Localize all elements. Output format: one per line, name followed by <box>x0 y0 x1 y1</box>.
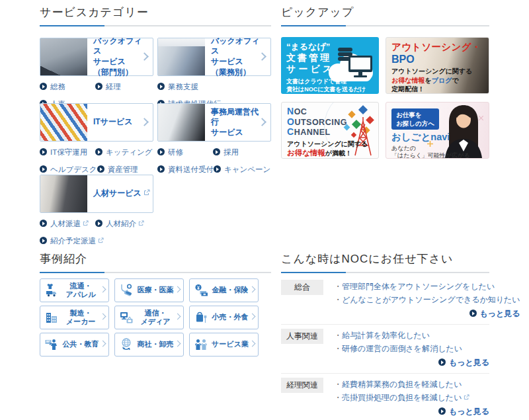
service-link-label[interactable]: 経理 <box>106 83 121 91</box>
service-link[interactable]: 研修 <box>157 146 213 157</box>
consultation-section: こんな時はNOCにお任せ下さい 総合 管理部門全体をアウトソーシングをしたい ど… <box>281 252 489 417</box>
more-link[interactable]: もっと見る <box>334 307 520 318</box>
consultation-group-hr: 人事関連 給与計算を効率化したい 研修の運営の面倒さを解消したい もっと見る <box>281 325 489 374</box>
case-button-label: サービス業 <box>212 340 249 349</box>
service-link[interactable]: 業務支援 <box>157 81 213 92</box>
service-link[interactable]: キッティング <box>95 146 153 157</box>
banner-marunage-document-service[interactable]: “まるなげ” 文書管理 サービス 文書はクラウドで管理 貴社はNOCに文書を送る… <box>281 37 379 94</box>
consultation-item[interactable]: 研修の運営の面倒さを解消したい <box>334 342 489 355</box>
photo-backoffice-department <box>40 38 87 75</box>
service-card-title: 事務局運営代行 サービス <box>211 107 261 138</box>
arrow-bullet-icon <box>213 148 220 155</box>
case-button-retail-dining[interactable]: 小売・外食 <box>189 306 259 329</box>
banner-description: アウトソーシングに関する <box>287 140 373 148</box>
service-link[interactable]: 採用 <box>213 146 268 157</box>
consultation-link[interactable]: 給与計算を効率化したい <box>342 331 430 340</box>
case-button-distribution-apparel[interactable]: 流通・アパレル <box>40 278 109 302</box>
service-link[interactable]: 経理 <box>95 81 151 92</box>
chevron-right-icon <box>175 341 181 347</box>
service-link-label[interactable]: 業務支援 <box>168 83 198 91</box>
consultation-item[interactable]: 売掛買掛処理の負担を軽減したい <box>334 391 489 404</box>
arrow-bullet-icon <box>157 148 165 155</box>
arrow-bullet-icon <box>469 310 477 317</box>
consultation-link[interactable]: 売掛買掛処理の負担を軽減したい <box>342 393 462 402</box>
service-link[interactable]: 資料送付受付 <box>157 163 214 175</box>
banner-description: アウトソーシングに関する お得な情報をブログで 定期配信！ <box>391 67 483 94</box>
photo-backoffice-task <box>158 38 205 75</box>
external-link-icon <box>98 237 104 243</box>
service-card-hr-service[interactable]: 人材サービス <box>40 175 153 213</box>
case-button-finance-insurance[interactable]: 金融・保険 <box>189 278 259 302</box>
service-card-backoffice-department[interactable]: バックオフィス サービス （部門別） <box>40 38 153 76</box>
case-button-label: 医療・医薬 <box>137 286 174 294</box>
chevron-right-icon <box>175 314 181 320</box>
consultation-link[interactable]: どんなことがアウトソーシングできるか知りたい <box>342 295 520 304</box>
service-link-label[interactable]: 資産管理 <box>108 165 138 173</box>
service-link-label[interactable]: 人材紹介 <box>106 220 136 228</box>
service-card-it-service[interactable]: ITサービス <box>40 103 153 142</box>
service-link-label[interactable]: IT保守運用 <box>50 148 87 156</box>
sparkle-decoration <box>479 116 483 120</box>
consultation-item[interactable]: 経費精算業務の負担を軽減したい <box>334 378 489 391</box>
case-button-label: 公共・教育 <box>62 340 99 349</box>
consultation-link[interactable]: 経費精算業務の負担を軽減したい <box>342 380 462 389</box>
case-button-service-industry[interactable]: サービス業 <box>189 333 259 357</box>
service-card-title: バックオフィス サービス （部門別） <box>93 36 143 77</box>
manufacturing-icon <box>44 310 60 325</box>
service-link-label[interactable]: 紹介予定派遣 <box>50 237 96 245</box>
consultation-item[interactable]: 給与計算を効率化したい <box>334 329 489 342</box>
chevron-right-icon <box>100 341 106 347</box>
more-link[interactable]: もっと見る <box>334 356 489 367</box>
service-link[interactable]: 総務 <box>40 81 95 92</box>
arrow-bullet-icon <box>157 165 165 173</box>
consultation-link[interactable]: 研修の運営の面倒さを解消したい <box>342 344 462 353</box>
service-group-secretariat: 事務局運営代行 サービス 研修 採用 資料送付受付 キャンペーン <box>157 103 271 181</box>
service-card-backoffice-task[interactable]: バックオフィス サービス （業務別） <box>157 38 271 76</box>
photo-secretariat <box>158 104 205 141</box>
consultation-category-label: 人事関連 <box>281 329 323 344</box>
case-button-label: 流通・アパレル <box>62 282 99 299</box>
external-link-icon <box>464 394 469 400</box>
service-link[interactable]: ヘルプデスク <box>40 163 97 175</box>
case-button-telecom-media[interactable]: 通信・メディア <box>114 306 184 329</box>
section-title: こんな時はNOCにお任せ下さい <box>281 252 489 267</box>
banner-oshigoto-navi[interactable]: お仕事をお探しの方へ おしごとnavi あなたの 「はたらく」可能性が広がる <box>386 102 489 159</box>
service-link-label[interactable]: 研修 <box>168 148 183 156</box>
service-link[interactable]: キャンペーン <box>214 163 270 175</box>
consultation-group-accounting: 経理関連 経費精算業務の負担を軽減したい 売掛買掛処理の負担を軽減したい もっと… <box>281 374 489 420</box>
chevron-right-icon <box>100 286 106 293</box>
arrow-bullet-icon <box>95 220 102 227</box>
case-button-manufacturing[interactable]: 製造・メーカー <box>40 306 109 329</box>
pickup-section: ピックアップ “まるなげ” 文書管理 サービス 文書はクラウドで管理 貴社はNO… <box>281 5 489 171</box>
service-link-label[interactable]: 資料送付受付 <box>168 165 214 173</box>
service-card-secretariat[interactable]: 事務局運営代行 サービス <box>157 103 271 142</box>
service-link[interactable]: 資産管理 <box>97 163 153 175</box>
case-button-public-education[interactable]: 公共・教育 <box>40 333 109 357</box>
service-link-label[interactable]: キッティング <box>106 148 153 156</box>
consultation-link[interactable]: 管理部門全体をアウトソーシングをしたい <box>342 282 495 291</box>
more-link[interactable]: もっと見る <box>334 405 489 416</box>
service-card-title: 人材サービス <box>93 189 150 199</box>
banner-outsourcing-bpo-blog[interactable]: アウトソーシング・ BPO アウトソーシングに関する お得な情報をブログで 定期… <box>386 37 489 94</box>
arrow-bullet-icon <box>95 148 102 155</box>
service-link-label[interactable]: 採用 <box>224 148 239 156</box>
external-link-icon <box>83 220 89 226</box>
service-link-label[interactable]: 総務 <box>50 83 65 91</box>
arrow-bullet-icon <box>214 165 221 173</box>
case-button-medical-pharma[interactable]: 医療・医薬 <box>114 278 184 302</box>
section-title-underline <box>40 25 271 26</box>
banner-title: アウトソーシング・ <box>391 42 483 53</box>
consultation-item[interactable]: どんなことがアウトソーシングできるか知りたい <box>334 293 520 306</box>
service-link[interactable]: IT保守運用 <box>40 146 95 157</box>
service-link-label[interactable]: ヘルプデスク <box>50 165 97 173</box>
case-button-label: 金融・保険 <box>212 286 249 294</box>
banner-noc-outsourcing-channel[interactable]: NOC OUTSORCING CHANNEL アウトソーシングに関する お得な情… <box>281 102 379 159</box>
service-link-label[interactable]: 人材派遣 <box>50 220 81 228</box>
service-link[interactable]: 人材紹介 <box>95 218 151 229</box>
section-title: ピックアップ <box>281 5 489 20</box>
service-link-label[interactable]: キャンペーン <box>224 165 270 173</box>
case-button-trading-wholesale[interactable]: 商社・卸売 <box>114 333 184 357</box>
service-link[interactable]: 紹介予定派遣 <box>40 235 151 246</box>
service-link[interactable]: 人材派遣 <box>40 218 95 229</box>
consultation-item[interactable]: 管理部門全体をアウトソーシングをしたい <box>334 280 520 293</box>
